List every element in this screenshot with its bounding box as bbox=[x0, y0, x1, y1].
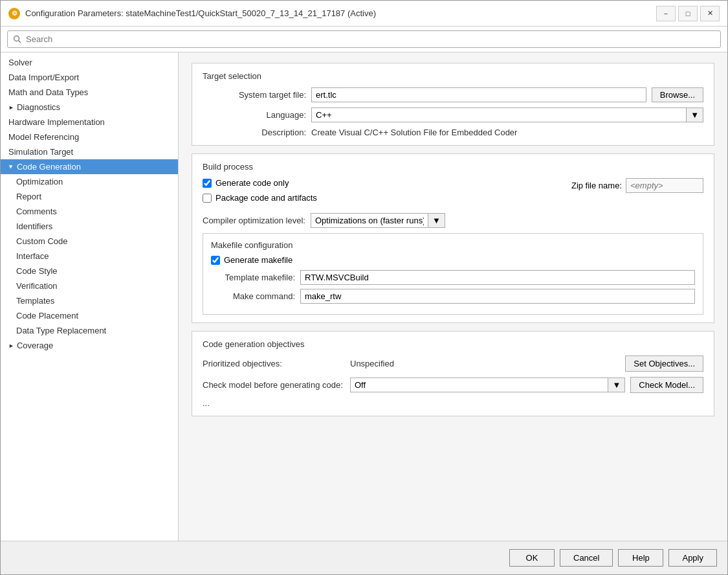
prioritized-value: Unspecified bbox=[350, 359, 620, 368]
sidebar-item-label: Interface bbox=[16, 251, 49, 261]
check-model-row: Check model before generating code: ▼ Ch… bbox=[203, 377, 703, 393]
sidebar-item-label: Templates bbox=[16, 296, 54, 306]
template-makefile-input[interactable] bbox=[300, 270, 695, 285]
browse-button[interactable]: Browse... bbox=[652, 87, 703, 102]
sidebar-item-templates[interactable]: Templates bbox=[1, 293, 178, 308]
zip-file-name-label: Zip file name: bbox=[571, 181, 622, 190]
triangle-icon: ► bbox=[8, 104, 14, 111]
sidebar-item-hardware-implementation[interactable]: Hardware Implementation bbox=[1, 115, 178, 130]
ellipsis: ... bbox=[203, 398, 703, 408]
sidebar-item-label: Report bbox=[16, 192, 41, 201]
window-title: Configuration Parameters: stateMachineTe… bbox=[25, 8, 376, 18]
package-code-checkbox[interactable] bbox=[203, 194, 212, 203]
generate-makefile-label: Generate makefile bbox=[224, 255, 292, 265]
sidebar-item-label: Verification bbox=[16, 281, 58, 291]
apply-button[interactable]: Apply bbox=[668, 549, 717, 567]
prioritized-row: Prioritized objectives: Unspecified Set … bbox=[203, 355, 703, 372]
sidebar-item-label: Custom Code bbox=[16, 236, 67, 246]
check-model-select[interactable] bbox=[350, 378, 608, 392]
sidebar-item-report[interactable]: Report bbox=[1, 189, 178, 204]
title-bar: ⚙ Configuration Parameters: stateMachine… bbox=[1, 1, 727, 27]
sidebar-item-label: Math and Data Types bbox=[8, 87, 88, 97]
sidebar-item-data-type-replacement[interactable]: Data Type Replacement bbox=[1, 323, 178, 338]
prioritized-label: Prioritized objectives: bbox=[203, 359, 345, 368]
compiler-dropdown: ▼ bbox=[311, 213, 445, 228]
sidebar-item-optimization[interactable]: Optimization bbox=[1, 174, 178, 189]
target-selection-title: Target selection bbox=[203, 71, 703, 81]
sidebar-item-identifiers[interactable]: Identifiers bbox=[1, 219, 178, 234]
code-gen-objectives-section: Code generation objectives Prioritized o… bbox=[192, 331, 714, 416]
sidebar-item-solver[interactable]: Solver bbox=[1, 55, 178, 70]
makefile-section: Makefile configuration Generate makefile… bbox=[203, 233, 703, 315]
generate-makefile-row: Generate makefile bbox=[211, 255, 695, 265]
zip-file-row: Zip file name: bbox=[571, 178, 703, 193]
language-dropdown: ▼ bbox=[311, 107, 703, 122]
description-value: Create Visual C/C++ Solution File for Em… bbox=[311, 128, 517, 137]
check-model-label: Check model before generating code: bbox=[203, 380, 345, 390]
help-button[interactable]: Help bbox=[618, 549, 663, 567]
language-dropdown-arrow[interactable]: ▼ bbox=[686, 107, 703, 122]
sidebar-item-code-style[interactable]: Code Style bbox=[1, 264, 178, 278]
sidebar-item-custom-code[interactable]: Custom Code bbox=[1, 234, 178, 249]
sidebar-item-label: Data Type Replacement bbox=[16, 326, 106, 335]
sidebar-item-diagnostics[interactable]: ► Diagnostics bbox=[1, 100, 178, 115]
description-label: Description: bbox=[203, 128, 306, 137]
generate-makefile-checkbox[interactable] bbox=[211, 256, 220, 265]
sidebar-item-math-data-types[interactable]: Math and Data Types bbox=[1, 85, 178, 100]
sidebar-item-code-generation[interactable]: ► Code Generation bbox=[1, 159, 178, 174]
sidebar-item-verification[interactable]: Verification bbox=[1, 278, 178, 293]
footer: OK Cancel Help Apply bbox=[1, 541, 727, 574]
system-target-file-input[interactable] bbox=[311, 87, 646, 102]
sidebar-item-comments[interactable]: Comments bbox=[1, 204, 178, 219]
build-process-title: Build process bbox=[203, 162, 703, 172]
main-content: Solver Data Import/Export Math and Data … bbox=[1, 52, 727, 541]
compiler-label: Compiler optimization level: bbox=[203, 216, 305, 225]
sidebar-item-interface[interactable]: Interface bbox=[1, 249, 178, 264]
target-selection-section: Target selection System target file: Bro… bbox=[192, 63, 714, 146]
compiler-row: Compiler optimization level: ▼ bbox=[203, 213, 703, 228]
sidebar-item-label: Simulation Target bbox=[8, 147, 73, 157]
description-row: Description: Create Visual C/C++ Solutio… bbox=[203, 128, 703, 137]
title-bar-left: ⚙ Configuration Parameters: stateMachine… bbox=[8, 8, 376, 19]
make-command-input[interactable] bbox=[300, 289, 695, 304]
sidebar-item-label: Diagnostics bbox=[17, 102, 60, 112]
sidebar-group: ► Code Generation bbox=[8, 162, 170, 172]
zip-file-name-input[interactable] bbox=[626, 178, 703, 193]
generate-code-only-row: Generate code only bbox=[203, 178, 571, 188]
check-model-button[interactable]: Check Model... bbox=[630, 377, 703, 393]
compiler-select[interactable] bbox=[311, 213, 428, 228]
check-model-dropdown: ▼ bbox=[350, 378, 625, 392]
system-target-file-row: System target file: Browse... bbox=[203, 87, 703, 102]
minimize-button[interactable]: − bbox=[656, 6, 676, 21]
make-command-row: Make command: bbox=[211, 289, 695, 304]
sidebar-item-data-import-export[interactable]: Data Import/Export bbox=[1, 70, 178, 85]
close-button[interactable]: ✕ bbox=[700, 6, 720, 21]
maximize-button[interactable]: □ bbox=[678, 6, 698, 21]
sidebar-item-code-placement[interactable]: Code Placement bbox=[1, 308, 178, 323]
sidebar-item-simulation-target[interactable]: Simulation Target bbox=[1, 144, 178, 159]
language-input[interactable] bbox=[311, 107, 686, 122]
sidebar-group: ► Coverage bbox=[8, 341, 170, 350]
app-icon: ⚙ bbox=[8, 8, 20, 19]
makefile-title: Makefile configuration bbox=[211, 240, 695, 250]
generate-code-only-checkbox[interactable] bbox=[203, 179, 212, 188]
template-makefile-label: Template makefile: bbox=[211, 273, 295, 282]
ok-button[interactable]: OK bbox=[509, 549, 555, 567]
sidebar-item-label: Code Style bbox=[16, 266, 58, 276]
sidebar-item-label: Comments bbox=[16, 207, 57, 216]
search-bar bbox=[1, 27, 727, 52]
language-label: Language: bbox=[203, 110, 306, 120]
make-command-label: Make command: bbox=[211, 291, 295, 301]
set-objectives-button[interactable]: Set Objectives... bbox=[625, 355, 703, 372]
sidebar-item-label: Code Generation bbox=[17, 162, 81, 172]
sidebar-item-label: Solver bbox=[8, 58, 32, 67]
sidebar-item-model-referencing[interactable]: Model Referencing bbox=[1, 130, 178, 144]
check-model-dropdown-arrow[interactable]: ▼ bbox=[608, 378, 625, 392]
cancel-button[interactable]: Cancel bbox=[560, 549, 613, 567]
search-input[interactable] bbox=[7, 30, 721, 48]
system-target-file-label: System target file: bbox=[203, 90, 306, 100]
compiler-dropdown-arrow[interactable]: ▼ bbox=[428, 213, 445, 228]
sidebar-item-label: Coverage bbox=[17, 341, 53, 350]
sidebar-item-coverage[interactable]: ► Coverage bbox=[1, 338, 178, 353]
main-window: ⚙ Configuration Parameters: stateMachine… bbox=[0, 0, 728, 575]
